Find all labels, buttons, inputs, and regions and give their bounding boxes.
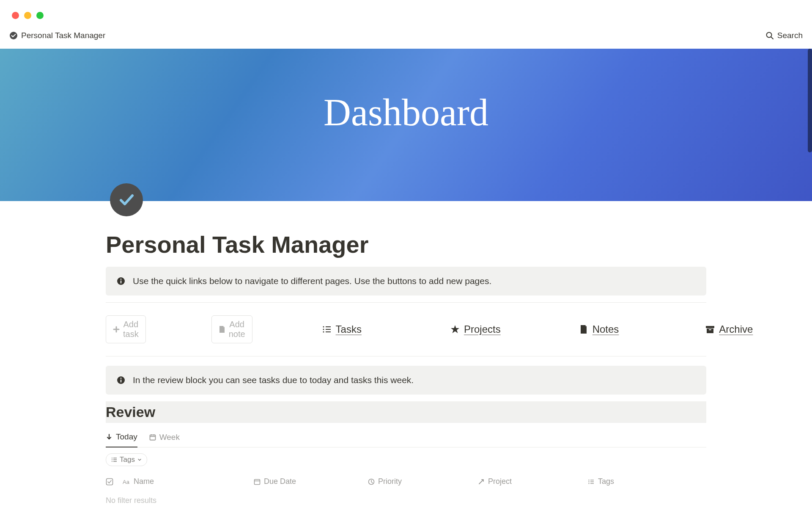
tags-filter-label: Tags bbox=[120, 456, 135, 464]
svg-line-2 bbox=[771, 37, 773, 39]
archive-link[interactable]: Archive bbox=[705, 323, 753, 335]
review-section-header: Review bbox=[106, 401, 706, 423]
column-priority-label: Priority bbox=[378, 477, 402, 486]
cover-title: Dashboard bbox=[324, 91, 488, 134]
relation-icon bbox=[478, 478, 485, 485]
svg-rect-5 bbox=[121, 281, 121, 284]
tasks-link[interactable]: Tasks bbox=[322, 323, 362, 335]
notes-link-label: Notes bbox=[593, 323, 619, 335]
svg-text:Aa: Aa bbox=[123, 479, 130, 485]
svg-point-16 bbox=[121, 378, 122, 379]
arrow-down-icon bbox=[106, 433, 112, 440]
svg-point-22 bbox=[112, 458, 112, 458]
svg-rect-30 bbox=[255, 479, 260, 484]
svg-point-0 bbox=[10, 32, 17, 39]
tasks-link-label: Tasks bbox=[336, 323, 362, 335]
svg-rect-17 bbox=[121, 380, 121, 383]
column-tags-label: Tags bbox=[598, 477, 614, 486]
projects-link[interactable]: Projects bbox=[450, 323, 501, 335]
scrollbar[interactable] bbox=[808, 49, 812, 152]
page-icon[interactable] bbox=[110, 183, 143, 216]
svg-rect-18 bbox=[150, 435, 155, 440]
add-task-label: Add task bbox=[123, 320, 139, 339]
info-callout-review: In the review block you can see tasks du… bbox=[106, 366, 706, 395]
empty-state: No filter results bbox=[106, 489, 706, 508]
notes-link[interactable]: Notes bbox=[579, 323, 619, 335]
svg-point-24 bbox=[112, 459, 112, 460]
svg-point-10 bbox=[323, 331, 324, 333]
calendar-icon bbox=[254, 478, 261, 485]
svg-point-6 bbox=[323, 326, 324, 328]
column-priority[interactable]: Priority bbox=[368, 477, 478, 486]
column-checkbox[interactable] bbox=[106, 478, 123, 486]
review-tabs: Today Week bbox=[106, 427, 706, 447]
calendar-icon bbox=[149, 434, 156, 441]
tab-week-label: Week bbox=[159, 433, 180, 442]
window-controls bbox=[0, 0, 812, 28]
checkmark-circle-icon bbox=[9, 31, 18, 40]
svg-rect-14 bbox=[709, 329, 711, 330]
add-note-label: Add note bbox=[229, 320, 245, 339]
page-content: Personal Task Manager Use the quick link… bbox=[51, 201, 761, 508]
maximize-window-button[interactable] bbox=[36, 12, 44, 19]
list-icon bbox=[588, 478, 595, 485]
search-icon bbox=[765, 31, 774, 40]
add-note-button[interactable]: Add note bbox=[211, 315, 252, 343]
divider bbox=[106, 356, 706, 356]
column-due-date-label: Due Date bbox=[264, 477, 296, 486]
page-icon bbox=[579, 325, 588, 334]
quick-links-row: Add task Add note bbox=[106, 312, 706, 356]
tab-today[interactable]: Today bbox=[106, 427, 137, 447]
checkmark-icon bbox=[117, 190, 136, 210]
callout-text: Use the quick links below to navigate to… bbox=[133, 276, 491, 286]
list-icon bbox=[111, 457, 117, 463]
svg-rect-12 bbox=[706, 326, 714, 328]
star-icon bbox=[450, 325, 460, 334]
add-task-button[interactable]: Add task bbox=[106, 315, 146, 343]
projects-link-label: Projects bbox=[464, 323, 501, 335]
chevron-down-icon bbox=[137, 458, 142, 462]
search-button[interactable]: Search bbox=[765, 31, 803, 40]
svg-point-37 bbox=[588, 483, 589, 483]
close-window-button[interactable] bbox=[12, 12, 19, 19]
top-bar: Personal Task Manager Search bbox=[0, 28, 812, 49]
svg-rect-28 bbox=[107, 478, 113, 485]
checkbox-icon bbox=[106, 478, 113, 486]
cover-image: Dashboard bbox=[0, 49, 812, 201]
minimize-window-button[interactable] bbox=[24, 12, 31, 19]
archive-link-label: Archive bbox=[719, 323, 753, 335]
tags-filter-chip[interactable]: Tags bbox=[106, 453, 147, 466]
column-name[interactable]: Aa Name bbox=[123, 477, 254, 486]
plus-icon bbox=[113, 326, 120, 333]
column-due-date[interactable]: Due Date bbox=[254, 477, 368, 486]
column-tags[interactable]: Tags bbox=[588, 477, 672, 486]
svg-point-8 bbox=[323, 329, 324, 330]
tab-week[interactable]: Week bbox=[149, 427, 180, 447]
callout-text: In the review block you can see tasks du… bbox=[133, 375, 414, 385]
breadcrumb[interactable]: Personal Task Manager bbox=[9, 31, 105, 40]
svg-point-4 bbox=[121, 279, 122, 280]
priority-icon bbox=[368, 478, 375, 485]
column-project[interactable]: Project bbox=[478, 477, 588, 486]
list-icon bbox=[322, 325, 332, 334]
review-title: Review bbox=[106, 404, 706, 420]
info-icon bbox=[117, 376, 125, 384]
breadcrumb-title: Personal Task Manager bbox=[21, 31, 105, 40]
page-title: Personal Task Manager bbox=[106, 201, 706, 267]
table-header: Aa Name Due Date Priority bbox=[106, 472, 706, 489]
text-icon: Aa bbox=[123, 478, 130, 486]
svg-point-35 bbox=[588, 481, 589, 482]
info-icon bbox=[117, 277, 125, 285]
note-icon bbox=[219, 326, 225, 333]
svg-point-26 bbox=[112, 461, 112, 462]
svg-point-33 bbox=[588, 479, 589, 480]
archive-icon bbox=[705, 325, 715, 334]
tab-today-label: Today bbox=[116, 432, 137, 442]
svg-rect-13 bbox=[707, 329, 713, 333]
column-name-label: Name bbox=[134, 477, 154, 486]
search-label: Search bbox=[777, 31, 803, 40]
filter-row: Tags bbox=[106, 447, 706, 472]
info-callout-navigation: Use the quick links below to navigate to… bbox=[106, 267, 706, 295]
divider bbox=[106, 302, 706, 303]
column-project-label: Project bbox=[488, 477, 512, 486]
